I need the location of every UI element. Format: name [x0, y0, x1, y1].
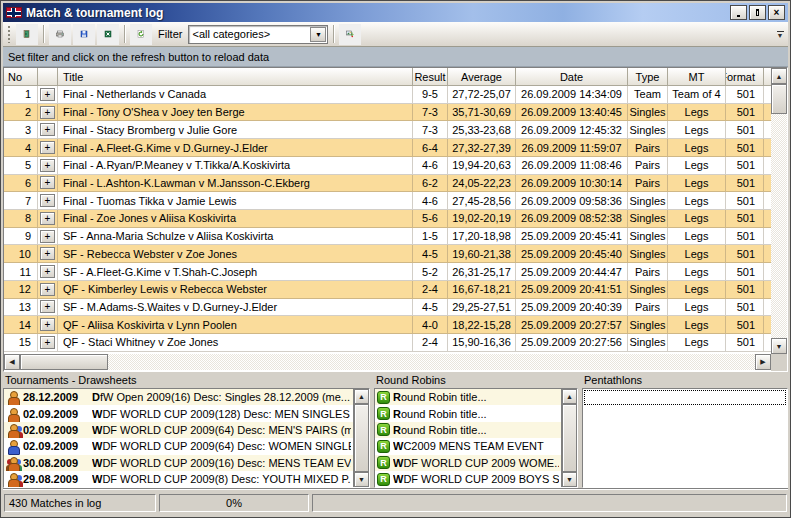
maximize-icon	[756, 9, 759, 16]
expand-button[interactable]: +	[40, 300, 55, 313]
expand-button[interactable]: +	[40, 88, 55, 101]
tournament-date: 28.12.2009	[23, 391, 89, 403]
expand-button[interactable]: +	[40, 230, 55, 243]
cell-type: Singles	[628, 316, 668, 334]
expand-button[interactable]: +	[40, 265, 55, 278]
round-robin-item[interactable]: R WDF WORLD CUP 2009 BOYS S...	[375, 471, 561, 487]
cell-title: SF - A.Fleet-G.Kime v T.Shah-C.Joseph	[58, 263, 413, 281]
cell-row-number: 8	[4, 210, 38, 228]
category-combobox[interactable]: <all categories> ▼	[188, 25, 328, 44]
scroll-thumb[interactable]	[354, 404, 369, 472]
expand-button[interactable]: +	[40, 336, 55, 349]
cell-date: 26.09.2009 08:52:38	[516, 210, 628, 228]
table-row[interactable]: 3 + Final - Stacy Bromberg v Julie Gore …	[4, 121, 771, 139]
scroll-up-button[interactable]: ▲	[562, 389, 577, 404]
cell-result: 9-5	[413, 86, 448, 104]
cell-date: 25.09.2009 20:45:40	[516, 245, 628, 263]
table-row[interactable]: 1 + Final - Netherlands v Canada 9-5 27,…	[4, 86, 771, 104]
tournament-item[interactable]: 02.09.2009 WDF WORLD CUP 2009(128) Desc:…	[4, 405, 353, 421]
table-row[interactable]: 14 + QF - Aliisa Koskivirta v Lynn Poole…	[4, 316, 771, 334]
toolbar-grip[interactable]	[7, 25, 12, 43]
expand-button[interactable]: +	[40, 141, 55, 154]
vertical-scroll-thumb[interactable]	[771, 84, 787, 114]
table-row[interactable]: 7 + Final - Tuomas Tikka v Jamie Lewis 4…	[4, 192, 771, 210]
table-row[interactable]: 9 + SF - Anna-Maria Schulze v Aliisa Kos…	[4, 228, 771, 246]
table-row[interactable]: 5 + Final - A.Ryan/P.Meaney v T.Tikka/A.…	[4, 157, 771, 175]
table-row[interactable]: 12 + QF - Kimberley Lewis v Rebecca Webs…	[4, 281, 771, 299]
round-robin-item[interactable]: R WDF WORLD CUP 2009 WOME...	[375, 455, 561, 471]
cell-title: Final - Tuomas Tikka v Jamie Lewis	[58, 192, 413, 210]
expand-button[interactable]: +	[40, 212, 55, 225]
cell-result: 4-5	[413, 245, 448, 263]
vertical-scroll-track[interactable]	[771, 114, 787, 338]
expand-button[interactable]: +	[40, 159, 55, 172]
expand-button[interactable]: +	[40, 318, 55, 331]
scroll-up-button[interactable]: ▲	[771, 68, 787, 84]
table-horizontal-scrollbar[interactable]: ◀ ▶	[4, 354, 787, 371]
horizontal-scroll-thumb[interactable]	[20, 354, 108, 370]
cell-row-number: 1	[4, 86, 38, 104]
scroll-down-button[interactable]: ▼	[562, 472, 577, 487]
col-header-format[interactable]: Format	[726, 68, 764, 86]
save-button[interactable]	[73, 24, 95, 45]
table-row[interactable]: 11 + SF - A.Fleet-G.Kime v T.Shah-C.Jose…	[4, 263, 771, 281]
expand-button[interactable]: +	[40, 106, 55, 119]
refresh-button[interactable]	[130, 24, 152, 45]
print-button[interactable]	[49, 24, 71, 45]
cell-cutoff	[764, 299, 771, 317]
excel-export-button[interactable]	[97, 24, 119, 45]
col-header-title[interactable]: Title	[58, 68, 413, 86]
pentathlons-panel: Pentathlons	[582, 374, 788, 488]
horizontal-scroll-track[interactable]	[108, 354, 755, 370]
cell-format: 501	[726, 175, 764, 193]
table-row[interactable]: 10 + SF - Rebecca Webster v Zoe Jones 4-…	[4, 245, 771, 263]
cell-cutoff	[764, 175, 771, 193]
maximize-button[interactable]	[749, 5, 766, 20]
expand-button[interactable]: +	[40, 194, 55, 207]
expand-button[interactable]: +	[40, 283, 55, 296]
tournament-item[interactable]: 29.08.2009 WDF WORLD CUP 2009(8) Desc: Y…	[4, 471, 353, 487]
round-robins-scrollbar[interactable]: ▲ ▼	[561, 389, 577, 487]
table-vertical-scrollbar[interactable]: ▲ ▼	[771, 68, 787, 354]
scroll-left-button[interactable]: ◀	[4, 354, 20, 370]
scroll-down-button[interactable]: ▼	[354, 472, 369, 487]
col-header-type[interactable]: Type	[628, 68, 668, 86]
scroll-down-button[interactable]: ▼	[771, 338, 787, 354]
tournament-item[interactable]: 30.08.2009 WDF WORLD CUP 2009(16) Desc: …	[4, 455, 353, 471]
round-robin-item[interactable]: R WC2009 MENS TEAM EVENT	[375, 438, 561, 454]
col-header-average[interactable]: Average	[448, 68, 516, 86]
toolbar-overflow-button[interactable]: ▼	[774, 24, 786, 45]
minimize-button[interactable]	[730, 5, 747, 20]
expand-button[interactable]: +	[40, 247, 55, 260]
round-robin-item[interactable]: R Round Robin title...	[375, 422, 561, 438]
round-robin-item[interactable]: R Round Robin title...	[375, 405, 561, 421]
col-header-mt[interactable]: MT	[668, 68, 726, 86]
tournament-item[interactable]: 02.09.2009 WDF WORLD CUP 2009(64) Desc: …	[4, 438, 353, 454]
export-image-button[interactable]	[339, 24, 361, 45]
table-row[interactable]: 13 + SF - M.Adams-S.Waites v D.Gurney-J.…	[4, 299, 771, 317]
exit-button[interactable]	[16, 24, 38, 45]
round-robin-item[interactable]: R Round Robin title...	[375, 389, 561, 405]
expand-button[interactable]: +	[40, 176, 55, 189]
combobox-dropdown-button[interactable]: ▼	[310, 27, 326, 42]
col-header-no[interactable]: No	[4, 68, 38, 86]
tournaments-scrollbar[interactable]: ▲ ▼	[353, 389, 369, 487]
table-row[interactable]: 6 + Final - L.Ashton-K.Lawman v M.Jansso…	[4, 175, 771, 193]
col-header-expand[interactable]	[38, 68, 58, 86]
pentathlons-listbox[interactable]	[582, 388, 788, 488]
table-row[interactable]: 15 + QF - Staci Whitney v Zoe Jones 2-4 …	[4, 334, 771, 352]
tournament-type-icon	[6, 439, 20, 453]
scroll-thumb[interactable]	[562, 404, 577, 472]
expand-button[interactable]: +	[40, 123, 55, 136]
tournament-item[interactable]: 28.12.2009 DfW Open 2009(16) Desc: Singl…	[4, 389, 353, 405]
table-row[interactable]: 2 + Final - Tony O'Shea v Joey ten Berge…	[4, 104, 771, 122]
table-row[interactable]: 8 + Final - Zoe Jones v Aliisa Koskivirt…	[4, 210, 771, 228]
table-row[interactable]: 4 + Final - A.Fleet-G.Kime v D.Gurney-J.…	[4, 139, 771, 157]
scroll-right-button[interactable]: ▶	[755, 354, 771, 370]
close-button[interactable]: ×	[768, 5, 785, 20]
col-header-result[interactable]: Result	[413, 68, 448, 86]
col-header-date[interactable]: Date	[516, 68, 628, 86]
tournament-item[interactable]: 02.09.2009 WDF WORLD CUP 2009(64) Desc: …	[4, 422, 353, 438]
cell-mt: Legs	[668, 121, 726, 139]
scroll-up-button[interactable]: ▲	[354, 389, 369, 404]
